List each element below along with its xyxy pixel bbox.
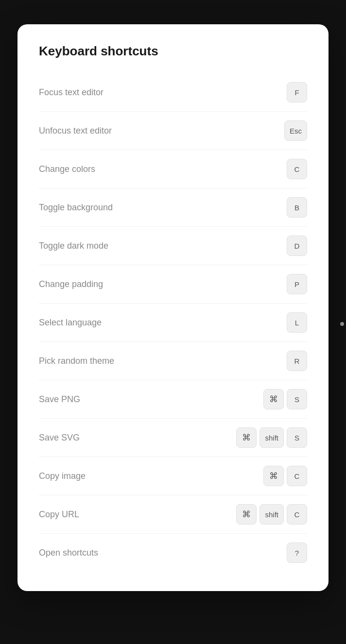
shortcuts-modal: Keyboard shortcuts Focus text editorFUnf… <box>17 24 329 591</box>
keys-group: ⌘shiftS <box>236 427 307 448</box>
shortcut-label: Open shortcuts <box>39 548 98 558</box>
key-badge: shift <box>260 504 284 525</box>
keys-group: C <box>287 159 307 179</box>
shortcut-label: Select language <box>39 318 102 328</box>
keys-group: B <box>287 197 307 218</box>
shortcut-label: Save PNG <box>39 394 80 405</box>
shortcut-row: Change paddingP <box>39 265 307 304</box>
keys-group: ⌘S <box>263 389 307 409</box>
shortcut-row: Copy URL⌘shiftC <box>39 495 307 534</box>
key-badge: S <box>287 389 307 409</box>
shortcut-row: Focus text editorF <box>39 73 307 112</box>
key-badge: ? <box>287 542 307 563</box>
shortcut-label: Save SVG <box>39 433 80 443</box>
keys-group: ⌘shiftC <box>236 504 307 525</box>
shortcut-row: Save PNG⌘S <box>39 380 307 419</box>
key-badge: shift <box>260 427 284 448</box>
keys-group: F <box>287 82 307 102</box>
shortcut-label: Copy image <box>39 471 86 481</box>
keys-group: R <box>287 351 307 371</box>
key-badge: R <box>287 351 307 371</box>
key-badge: ⌘ <box>236 427 257 448</box>
key-badge: ⌘ <box>263 389 284 409</box>
scrollbar-indicator <box>340 322 344 326</box>
key-badge: C <box>287 159 307 179</box>
modal-title: Keyboard shortcuts <box>39 44 307 59</box>
key-badge: S <box>287 427 307 448</box>
key-badge: D <box>287 236 307 256</box>
key-badge: ⌘ <box>236 504 257 525</box>
shortcut-label: Pick random theme <box>39 356 114 366</box>
shortcut-label: Copy URL <box>39 509 79 520</box>
shortcut-row: Toggle backgroundB <box>39 188 307 227</box>
shortcut-row: Pick random themeR <box>39 342 307 380</box>
shortcut-label: Change colors <box>39 164 95 174</box>
keys-group: P <box>287 274 307 294</box>
key-badge: Esc <box>284 120 307 141</box>
key-badge: L <box>287 312 307 333</box>
shortcut-row: Copy image⌘C <box>39 457 307 495</box>
key-badge: ⌘ <box>263 466 284 486</box>
shortcut-label: Toggle background <box>39 203 113 213</box>
key-badge: P <box>287 274 307 294</box>
shortcut-label: Toggle dark mode <box>39 241 108 251</box>
shortcut-row: Toggle dark modeD <box>39 227 307 265</box>
key-badge: B <box>287 197 307 218</box>
shortcut-label: Unfocus text editor <box>39 126 112 136</box>
key-badge: C <box>287 466 307 486</box>
shortcut-row: Unfocus text editorEsc <box>39 112 307 150</box>
shortcut-label: Focus text editor <box>39 87 104 98</box>
shortcut-row: Change colorsC <box>39 150 307 188</box>
shortcut-row: Save SVG⌘shiftS <box>39 419 307 457</box>
key-badge: F <box>287 82 307 102</box>
shortcut-label: Change padding <box>39 279 103 289</box>
keys-group: ? <box>287 542 307 563</box>
shortcut-row: Open shortcuts? <box>39 534 307 572</box>
keys-group: ⌘C <box>263 466 307 486</box>
keys-group: D <box>287 236 307 256</box>
keys-group: L <box>287 312 307 333</box>
shortcut-list: Focus text editorFUnfocus text editorEsc… <box>39 73 307 572</box>
keys-group: Esc <box>284 120 307 141</box>
shortcut-row: Select languageL <box>39 304 307 342</box>
key-badge: C <box>287 504 307 525</box>
